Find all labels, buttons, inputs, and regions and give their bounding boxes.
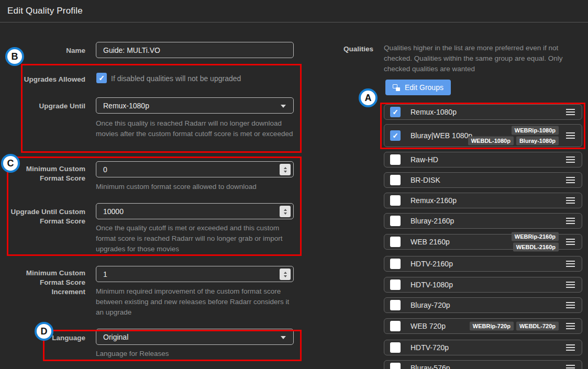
quality-row[interactable]: ✓Bluray|WEB 1080pWEBRip-1080pWEBDL-1080p…	[384, 124, 582, 147]
upgrade-until-score-help: Once the quality cutoff is met or exceed…	[96, 223, 295, 254]
quality-row[interactable]: WEB 720pWEBRip-720pWEBDL-720p	[384, 318, 582, 334]
clone-icon	[393, 84, 400, 91]
name-label: Name	[0, 46, 85, 55]
quality-label: Bluray-720p	[411, 301, 450, 309]
quality-label: HDTV-720p	[411, 343, 449, 352]
min-format-score-input[interactable]: 0	[96, 161, 294, 177]
upgrade-until-select[interactable]: Remux-1080p	[96, 97, 294, 114]
quality-badge: WEBRip-720p	[470, 322, 514, 331]
quality-row[interactable]: BR-DISK	[384, 172, 582, 188]
quality-badge: WEBDL-1080p	[468, 137, 514, 146]
quality-checkbox[interactable]	[390, 237, 401, 247]
quality-label: Bluray-576p	[411, 364, 450, 369]
drag-handle-icon[interactable]	[566, 261, 575, 267]
upgrade-until-label: Upgrade Until	[0, 102, 85, 111]
quality-checkbox[interactable]	[390, 195, 401, 206]
annotation-marker-c: C	[1, 154, 20, 173]
language-label: Language	[0, 333, 85, 343]
upgrade-until-score-input[interactable]: 10000	[96, 203, 294, 219]
quality-badge: WEBRip-2160p	[512, 232, 559, 241]
drag-handle-icon[interactable]	[566, 365, 575, 369]
quality-badges: WEBRip-720pWEBDL-720p	[470, 322, 559, 331]
quality-badge: WEBDL-2160p	[513, 243, 559, 252]
quality-label: Remux-1080p	[411, 108, 457, 116]
annotation-marker-a: A	[359, 88, 378, 107]
drag-handle-icon[interactable]	[566, 344, 575, 351]
quality-badge: WEBDL-720p	[516, 322, 559, 331]
language-value: Original	[103, 333, 128, 341]
quality-label: Remux-2160p	[411, 196, 457, 205]
quality-row[interactable]: Bluray-720p	[384, 297, 582, 313]
drag-handle-icon[interactable]	[566, 132, 575, 139]
quality-label: WEB 2160p	[411, 238, 450, 246]
quality-checkbox[interactable]: ✓	[390, 107, 401, 117]
quality-checkbox[interactable]	[390, 216, 401, 226]
page-title: Edit Quality Profile	[0, 6, 83, 16]
drag-handle-icon[interactable]	[566, 323, 575, 329]
quality-checkbox[interactable]	[390, 321, 401, 331]
qualities-label: Qualities	[314, 45, 373, 53]
quality-checkbox[interactable]	[390, 279, 401, 290]
quality-checkbox[interactable]	[390, 300, 401, 310]
quality-label: Bluray-2160p	[411, 217, 454, 225]
drag-handle-icon[interactable]	[566, 282, 575, 288]
min-increment-input[interactable]: 1	[96, 266, 294, 282]
upgrades-allowed-checkbox[interactable]: ✓	[96, 73, 107, 83]
upgrades-allowed-caption: If disabled qualities will not be upgrad…	[111, 74, 241, 83]
upgrade-until-score-value: 10000	[103, 207, 124, 216]
edit-groups-button[interactable]: Edit Groups	[385, 80, 451, 95]
quality-checkbox[interactable]: ✓	[390, 130, 401, 141]
drag-handle-icon[interactable]	[566, 239, 575, 245]
drag-handle-icon[interactable]	[566, 197, 575, 204]
language-help: Language for Releases	[96, 349, 295, 359]
quality-row[interactable]: ✓Remux-1080p	[384, 104, 582, 120]
drag-handle-icon[interactable]	[566, 156, 575, 163]
upgrade-until-help: Once this quality is reached Radarr will…	[96, 118, 295, 139]
quality-row[interactable]: Bluray-2160p	[384, 213, 582, 229]
upgrades-allowed-label: Upgrades Allowed	[0, 75, 85, 84]
quality-checkbox[interactable]	[390, 154, 401, 165]
quality-checkbox[interactable]	[390, 175, 401, 185]
quality-row[interactable]: HDTV-720p	[384, 340, 582, 355]
quality-badges: WEBRip-1080pWEBDL-1080pBluray-1080p	[464, 126, 559, 146]
up-down-stepper-icon[interactable]	[280, 269, 291, 280]
modal-header: Edit Quality Profile	[0, 0, 588, 23]
quality-label: WEB 720p	[411, 322, 446, 330]
up-down-stepper-icon[interactable]	[280, 164, 291, 175]
quality-row[interactable]: HDTV-1080p	[384, 277, 582, 293]
min-increment-value: 1	[103, 270, 107, 278]
quality-label: Raw-HD	[411, 155, 438, 164]
quality-label: Bluray|WEB 1080p	[411, 131, 472, 140]
drag-handle-icon[interactable]	[566, 218, 575, 224]
quality-label: HDTV-1080p	[411, 281, 453, 289]
drag-handle-icon[interactable]	[566, 109, 575, 115]
quality-row[interactable]: Raw-HD	[384, 152, 582, 167]
upgrade-until-value: Remux-1080p	[103, 102, 149, 110]
qualities-description: Qualities higher in the list are more pr…	[384, 43, 580, 74]
quality-checkbox[interactable]	[390, 259, 401, 269]
min-format-score-help: Minimum custom format score allowed to d…	[96, 182, 295, 192]
drag-handle-icon[interactable]	[566, 177, 575, 183]
quality-badge: WEBRip-1080p	[512, 126, 559, 135]
edit-groups-label: Edit Groups	[405, 83, 443, 92]
min-increment-help: Minimum required improvement of the cust…	[96, 286, 295, 318]
quality-badges: WEBRip-2160pWEBDL-2160p	[464, 232, 559, 252]
quality-row[interactable]: Bluray-576p	[384, 360, 582, 369]
quality-badge: Bluray-1080p	[516, 137, 559, 146]
language-select[interactable]: Original	[96, 329, 294, 345]
edit-quality-profile-modal: Edit Quality Profile Name Guide: MULTi.V…	[0, 0, 588, 369]
quality-label: BR-DISK	[411, 176, 440, 184]
min-format-score-value: 0	[103, 165, 107, 174]
up-down-stepper-icon[interactable]	[280, 206, 291, 217]
quality-row[interactable]: WEB 2160pWEBRip-2160pWEBDL-2160p	[384, 234, 582, 250]
min-format-score-label: Minimum Custom Format Score	[23, 164, 85, 183]
name-input[interactable]: Guide: MULTi.VO	[96, 42, 294, 58]
upgrade-until-score-label: Upgrade Until Custom Format Score	[7, 207, 85, 226]
drag-handle-icon[interactable]	[566, 302, 575, 308]
quality-row[interactable]: Remux-2160p	[384, 193, 582, 208]
quality-checkbox[interactable]	[390, 363, 401, 369]
min-increment-label: Minimum Custom Format Score Increment	[20, 269, 85, 297]
quality-row[interactable]: HDTV-2160p	[384, 256, 582, 272]
quality-label: HDTV-2160p	[411, 260, 453, 268]
quality-checkbox[interactable]	[390, 342, 401, 353]
